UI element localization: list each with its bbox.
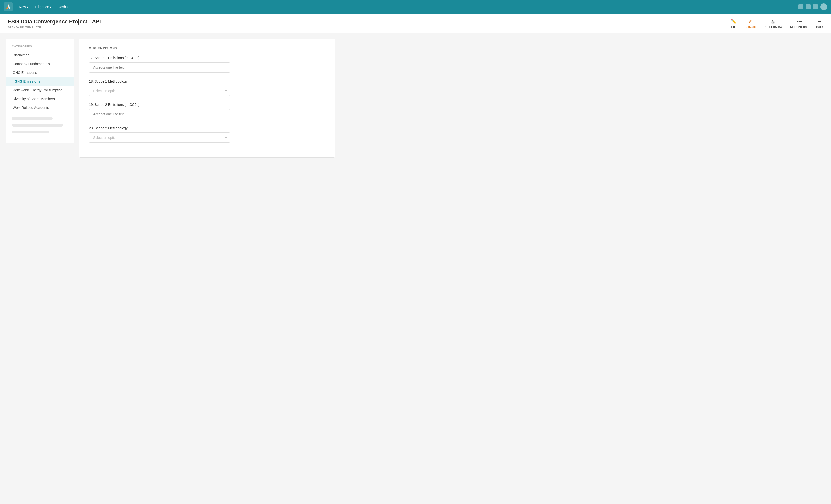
nav-grid-icon-3[interactable]: [813, 4, 818, 9]
sidebar-item-company-fundamentals[interactable]: Company Fundamentals: [6, 59, 74, 68]
scope2-emissions-input[interactable]: [89, 109, 230, 119]
sidebar-item-disclaimer[interactable]: Disclaimer: [6, 51, 74, 59]
sidebar-item-ghg-emissions-child[interactable]: GHG Emissions: [6, 77, 74, 86]
back-label: Back: [816, 25, 823, 28]
categories-label: CATEGORIES: [6, 45, 74, 51]
print-preview-button[interactable]: 🖨 Print Preview: [764, 19, 782, 28]
sidebar-item-diversity[interactable]: Diversity of Board Members: [6, 94, 74, 103]
nav-grid-icon-1[interactable]: [798, 4, 803, 9]
scope2-methodology-select[interactable]: Select an option: [89, 132, 230, 143]
nav-dash-chevron-icon: ▾: [67, 6, 68, 8]
nav-diligence-chevron-icon: ▾: [50, 6, 51, 8]
print-preview-icon: 🖨: [771, 19, 775, 24]
page-title: ESG Data Convergence Project - API: [8, 19, 101, 25]
toolbar: ✏️ Edit ✔ Activate 🖨 Print Preview ••• M…: [730, 19, 823, 28]
nav-right-icons: [798, 3, 827, 10]
page-subtitle: STANDARD TEMPLATE: [8, 26, 101, 29]
top-navigation: New ▾ Diligence ▾ Dash ▾: [0, 0, 831, 13]
sidebar-item-work-accidents[interactable]: Work Related Accidents: [6, 103, 74, 112]
print-preview-label: Print Preview: [764, 25, 782, 28]
nav-diligence-button[interactable]: Diligence ▾: [32, 3, 54, 10]
user-avatar[interactable]: [820, 3, 827, 10]
edit-button[interactable]: ✏️ Edit: [730, 19, 737, 28]
scope1-methodology-label: 18. Scope 1 Methodology: [89, 79, 325, 83]
app-logo: [4, 2, 13, 11]
sidebar-skeleton-3: [12, 130, 49, 134]
scope2-emissions-label: 19. Scope 2 Emissions (mtCO2e): [89, 103, 325, 107]
scope2-methodology-label: 20. Scope 2 Methodology: [89, 126, 325, 130]
nav-dash-label: Dash: [58, 5, 66, 9]
form-group-scope1-emissions: 17. Scope 1 Emissions (mtCO2e): [89, 56, 325, 72]
page-header: ESG Data Convergence Project - API STAND…: [0, 13, 831, 33]
nav-grid-icon-2[interactable]: [806, 4, 810, 9]
nav-diligence-label: Diligence: [35, 5, 49, 9]
scope1-methodology-select-wrapper: Select an option ▾: [89, 86, 230, 96]
back-button[interactable]: ↩ Back: [816, 19, 823, 28]
scope2-methodology-select-wrapper: Select an option ▾: [89, 132, 230, 143]
nav-new-button[interactable]: New ▾: [17, 3, 30, 10]
nav-new-label: New: [19, 5, 26, 9]
edit-icon: ✏️: [730, 19, 737, 24]
more-actions-label: More Actions: [790, 25, 808, 28]
page-title-block: ESG Data Convergence Project - API STAND…: [8, 19, 101, 29]
activate-icon: ✔: [748, 19, 752, 24]
more-actions-button[interactable]: ••• More Actions: [790, 19, 808, 28]
form-group-scope2-emissions: 19. Scope 2 Emissions (mtCO2e): [89, 103, 325, 119]
activate-label: Activate: [745, 25, 756, 28]
main-content: CATEGORIES Disclaimer Company Fundamenta…: [0, 33, 341, 157]
sidebar-item-ghg-emissions-parent[interactable]: GHG Emissions: [6, 68, 74, 77]
section-title: GHG EMISSIONS: [89, 47, 325, 50]
sidebar: CATEGORIES Disclaimer Company Fundamenta…: [6, 39, 74, 143]
scope1-methodology-select[interactable]: Select an option: [89, 86, 230, 96]
edit-label: Edit: [731, 25, 736, 28]
sidebar-item-renewable-energy[interactable]: Renewable Energy Consumption: [6, 86, 74, 94]
form-group-scope1-methodology: 18. Scope 1 Methodology Select an option…: [89, 79, 325, 96]
activate-button[interactable]: ✔ Activate: [745, 19, 756, 28]
sidebar-skeleton-1: [12, 117, 53, 120]
scope1-emissions-input[interactable]: [89, 62, 230, 72]
form-group-scope2-methodology: 20. Scope 2 Methodology Select an option…: [89, 126, 325, 143]
more-actions-icon: •••: [797, 19, 802, 24]
sidebar-skeleton-2: [12, 124, 63, 127]
form-panel: GHG EMISSIONS 17. Scope 1 Emissions (mtC…: [79, 39, 335, 157]
scope1-emissions-label: 17. Scope 1 Emissions (mtCO2e): [89, 56, 325, 60]
back-icon: ↩: [818, 19, 822, 24]
nav-dash-button[interactable]: Dash ▾: [56, 3, 70, 10]
nav-new-chevron-icon: ▾: [27, 6, 28, 8]
